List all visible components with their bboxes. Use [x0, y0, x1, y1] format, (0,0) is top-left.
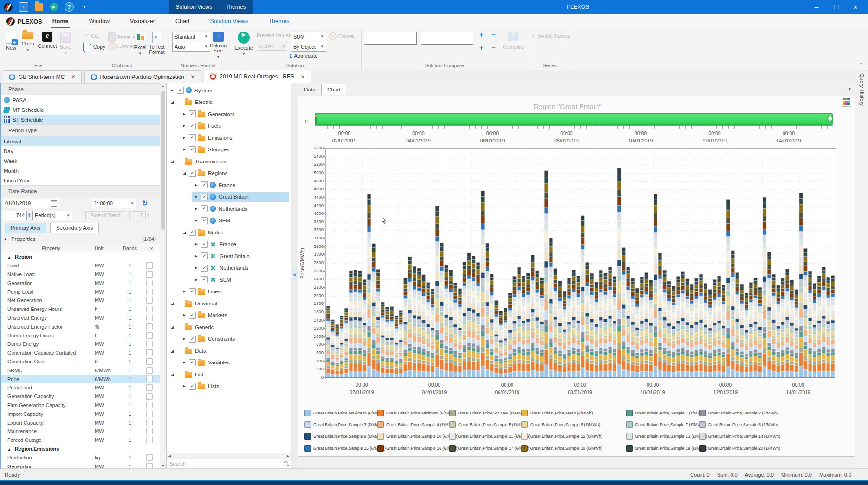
period-item-month[interactable]: Month [0, 166, 160, 175]
tree-checkbox[interactable]: ✓ [201, 205, 208, 212]
tree-item-list[interactable]: ◢List [167, 369, 291, 381]
negate-checkbox[interactable] [146, 341, 153, 347]
tree-checkbox[interactable]: ✓ [201, 252, 208, 259]
context-tab-themes[interactable]: Themes [226, 4, 246, 10]
table-row-dump-energy-hours[interactable]: Dump Energy Hoursh1 [0, 331, 160, 340]
expand-icon[interactable]: ▶ [194, 266, 199, 270]
table-row-net-generation[interactable]: Net GenerationMW1 [0, 296, 160, 305]
negate-checkbox[interactable] [146, 323, 153, 330]
expand-icon[interactable]: ▶ [181, 112, 187, 116]
tree-item-markets[interactable]: ▶✓Markets [167, 310, 291, 322]
ribbon-tab-window[interactable]: Window [89, 14, 109, 29]
add-compare-icon[interactable]: + [479, 31, 484, 39]
table-row-generation[interactable]: GenerationMW1 [0, 278, 160, 287]
negate-checkbox[interactable] [146, 349, 153, 356]
tree-item-lists[interactable]: ▶✓Lists [167, 381, 291, 393]
stepper-icon[interactable]: ▲▼ [147, 213, 149, 218]
ribbon-tab-solution-views[interactable]: Solution Views [210, 14, 248, 29]
ribbon-tab-visualizer[interactable]: Visualizer [130, 14, 155, 29]
column-size-button[interactable]: ↔Column Size▼ [208, 31, 228, 59]
tree-item-transmission[interactable]: ◢Transmission [167, 155, 291, 168]
legend-item[interactable]: Great Britain,Price,Sample 20 (€/MWh) [699, 445, 780, 452]
quick-execute-icon[interactable]: ▶ [50, 3, 58, 11]
period-item-week[interactable]: Week [0, 156, 160, 166]
remove-compare-icon[interactable]: − [492, 44, 496, 52]
expand-icon[interactable]: ▶ [181, 136, 187, 140]
copy-button[interactable]: Copy [83, 43, 105, 51]
expand-icon[interactable]: ▶ [181, 361, 187, 364]
secondary-axis-button[interactable]: Secondary Axis [50, 223, 99, 233]
expand-icon[interactable]: ▶ [194, 242, 199, 246]
tree-item-constraints[interactable]: ▶✓Constraints [167, 333, 291, 345]
tree-item-generic[interactable]: ◢Generic [167, 321, 291, 333]
expand-icon[interactable]: ▶ [181, 384, 187, 388]
table-row-dump-energy[interactable]: Dump EnergyMW1 [0, 340, 160, 349]
legend-item[interactable]: Great Britain,Price,Sample 6 (€/MWh) [521, 421, 600, 428]
start-time-select[interactable]: 1: 00:00▼ [92, 199, 136, 208]
negate-checkbox[interactable] [146, 411, 153, 417]
cancel-button[interactable]: Cancel [108, 43, 133, 50]
properties-header[interactable]: ▲ Properties (1/24) [0, 234, 160, 244]
tree-search-box[interactable]: Search [167, 459, 291, 468]
table-row-pump-load[interactable]: Pump LoadMW1 [0, 287, 160, 296]
tree-checkbox[interactable]: ✓ [189, 312, 196, 319]
aggregate-by-select[interactable]: By Object▼ [291, 42, 326, 52]
tree-item-electric[interactable]: ◢Electric [167, 97, 291, 109]
tree-checkbox[interactable]: ✓ [189, 134, 196, 141]
expand-icon[interactable]: ▶ [181, 313, 187, 317]
tree-item-system[interactable]: ▶✓System [167, 84, 291, 97]
negate-checkbox[interactable] [146, 402, 153, 408]
quick-access-customize-icon[interactable]: ▼ [80, 3, 89, 11]
table-row-native-load[interactable]: Native LoadMW1 [0, 270, 160, 279]
table-row-unserved-energy-factor[interactable]: Unserved Energy Factor%1 [0, 322, 160, 331]
tree-horizontal-scrollbar[interactable]: ◀ ▶ [167, 453, 291, 459]
table-row-srmc[interactable]: SRMC€/MWh1 [0, 366, 160, 375]
tree-checkbox[interactable]: ✓ [189, 229, 196, 236]
tree-checkbox[interactable]: ✓ [189, 288, 196, 295]
tree-item-generators[interactable]: ▶✓Generators [167, 108, 291, 120]
table-row-import-capacity[interactable]: Import CapacityMW1 [0, 409, 160, 418]
legend-item[interactable]: Great Britain,Price,Sample 7 (€/MWh) [626, 421, 705, 428]
table-row-maintenance[interactable]: MaintenanceMW1 [0, 427, 160, 436]
left-panel-scrollbar[interactable]: ▲ ▼ [160, 83, 166, 469]
legend-item[interactable]: Great Britain,Price,Sample 1 (€/MWh) [626, 409, 705, 417]
table-row-firm-generation-capacity[interactable]: Firm Generation CapacityMW1 [0, 401, 160, 410]
expand-icon[interactable]: ▶ [194, 254, 199, 258]
legend-item[interactable]: Great Britain,Price,Sample 14 (€/MWh) [699, 433, 780, 440]
legend-item[interactable]: Great Britain,Price,Sample 18 (€/MWh) [521, 445, 602, 452]
tree-item-sem[interactable]: ▶✓SEM [167, 215, 291, 227]
compare-solution-b-input[interactable] [421, 32, 473, 45]
tree-checkbox[interactable]: ✓ [201, 181, 208, 188]
negate-checkbox[interactable] [146, 437, 153, 443]
doc-tab-active[interactable]: 2019 MC Real Outages - RES✕ [204, 70, 311, 83]
collapse-icon[interactable]: ◢ [181, 230, 187, 235]
negate-checkbox[interactable] [146, 306, 153, 312]
search-icon[interactable] [284, 461, 288, 466]
table-row-price[interactable]: Price€/MWh1 [0, 375, 160, 383]
table-row-generation-capacity[interactable]: Generation CapacityMW1 [0, 392, 160, 401]
table-row-forced-outage[interactable]: Forced OutageMW1 [0, 436, 160, 445]
paste-button[interactable]: Paste ▼ [108, 32, 136, 42]
tree-checkbox[interactable]: ✓ [189, 383, 196, 390]
ribbon-tab-themes[interactable]: Themes [268, 14, 289, 29]
close-tab-icon[interactable]: ✕ [191, 74, 195, 80]
period-item-day[interactable]: Day [0, 146, 160, 156]
legend-item[interactable]: Great Britain,Price,Mean (€/MWh) [521, 409, 593, 417]
context-tab-solution-views[interactable]: Solution Views [176, 4, 213, 10]
minimize-button[interactable]: ─ [807, 0, 826, 14]
maximize-button[interactable]: ☐ [826, 0, 846, 14]
expand-icon[interactable]: ▶ [181, 148, 187, 151]
table-row-generation-capacity-curtailed[interactable]: Generation Capacity CurtailedMW1 [0, 349, 160, 357]
tree-item-france[interactable]: ▶✓France [167, 179, 291, 191]
tree-item-sem[interactable]: ▶✓SEM [167, 274, 291, 286]
legend-item[interactable]: Great Britain,Price,Sample 8 (€/MWh) [699, 421, 778, 428]
expand-icon[interactable]: ▶ [181, 124, 187, 128]
tree-checkbox[interactable]: ✓ [177, 87, 184, 94]
negate-checkbox[interactable] [146, 367, 153, 374]
period-item-fiscal-year[interactable]: Fiscal Year [0, 175, 160, 185]
tree-checkbox[interactable]: ✓ [189, 359, 196, 366]
start-date-input[interactable]: 01/01/2019 [3, 199, 59, 208]
phase-item-mt-schedule[interactable]: MT Schedule [0, 105, 160, 115]
tree-item-variables[interactable]: ▶✓Variables [167, 357, 291, 369]
table-row-export-capacity[interactable]: Export CapacityMW1 [0, 418, 160, 427]
